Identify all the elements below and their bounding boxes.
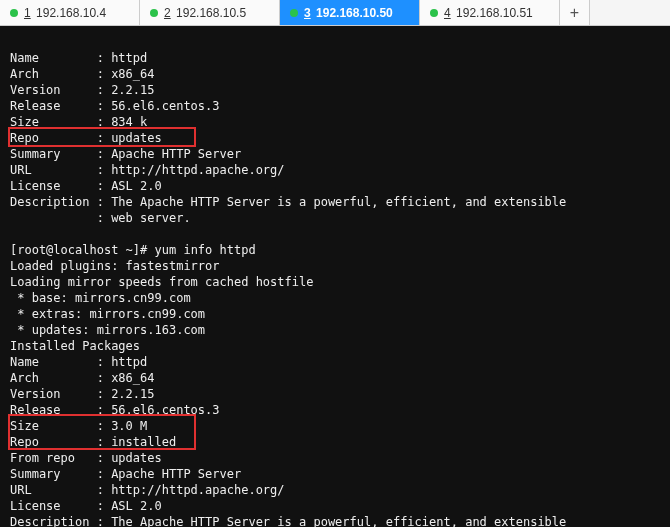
- term-line: Description : The Apache HTTP Server is …: [10, 515, 566, 527]
- terminal-output[interactable]: Name : httpd Arch : x86_64 Version : 2.2…: [0, 26, 670, 527]
- term-line: Repo : installed: [10, 435, 176, 449]
- tab-bar: 1 192.168.10.4 2 192.168.10.5 3 192.168.…: [0, 0, 670, 26]
- tab-3[interactable]: 3 192.168.10.50: [280, 0, 420, 25]
- term-line: * base: mirrors.cn99.com: [10, 291, 191, 305]
- add-tab-button[interactable]: +: [560, 0, 590, 25]
- term-line: Summary : Apache HTTP Server: [10, 467, 241, 481]
- status-dot-icon: [150, 9, 158, 17]
- tab-label: 192.168.10.50: [316, 6, 393, 20]
- tab-4[interactable]: 4 192.168.10.51: [420, 0, 560, 25]
- tab-1[interactable]: 1 192.168.10.4: [0, 0, 140, 25]
- status-dot-icon: [10, 9, 18, 17]
- term-line: Description : The Apache HTTP Server is …: [10, 195, 566, 209]
- term-line: Size : 3.0 M: [10, 419, 147, 433]
- term-line: Loading mirror speeds from cached hostfi…: [10, 275, 313, 289]
- prompt-user-host: [root@localhost ~]: [10, 243, 140, 257]
- tab-label: 192.168.10.4: [36, 6, 106, 20]
- term-line: Repo : updates: [10, 131, 162, 145]
- term-line: License : ASL 2.0: [10, 499, 162, 513]
- term-line: Release : 56.el6.centos.3: [10, 99, 220, 113]
- plus-icon: +: [570, 4, 579, 22]
- term-line: From repo : updates: [10, 451, 162, 465]
- term-line: : web server.: [10, 211, 191, 225]
- term-line: Name : httpd: [10, 355, 147, 369]
- tab-label: 192.168.10.5: [176, 6, 246, 20]
- term-line: Summary : Apache HTTP Server: [10, 147, 241, 161]
- term-line: Arch : x86_64: [10, 371, 155, 385]
- term-line: Loaded plugins: fastestmirror: [10, 259, 220, 273]
- term-line: Installed Packages: [10, 339, 140, 353]
- term-line: Name : httpd: [10, 51, 147, 65]
- term-line: Arch : x86_64: [10, 67, 155, 81]
- tab-2[interactable]: 2 192.168.10.5: [140, 0, 280, 25]
- tab-number: 1: [24, 6, 31, 20]
- tab-number: 3: [304, 6, 311, 20]
- term-line: Version : 2.2.15: [10, 83, 155, 97]
- prompt-hash: #: [140, 243, 147, 257]
- tab-number: 2: [164, 6, 171, 20]
- term-line: Release : 56.el6.centos.3: [10, 403, 220, 417]
- term-line: * extras: mirrors.cn99.com: [10, 307, 205, 321]
- term-line: License : ASL 2.0: [10, 179, 162, 193]
- term-line: Version : 2.2.15: [10, 387, 155, 401]
- term-line: URL : http://httpd.apache.org/: [10, 483, 285, 497]
- status-dot-icon: [430, 9, 438, 17]
- tab-number: 4: [444, 6, 451, 20]
- prompt-cmd: yum info httpd: [155, 243, 256, 257]
- term-line: Size : 834 k: [10, 115, 147, 129]
- status-dot-icon: [290, 9, 298, 17]
- term-line: * updates: mirrors.163.com: [10, 323, 205, 337]
- tab-label: 192.168.10.51: [456, 6, 533, 20]
- term-line: URL : http://httpd.apache.org/: [10, 163, 285, 177]
